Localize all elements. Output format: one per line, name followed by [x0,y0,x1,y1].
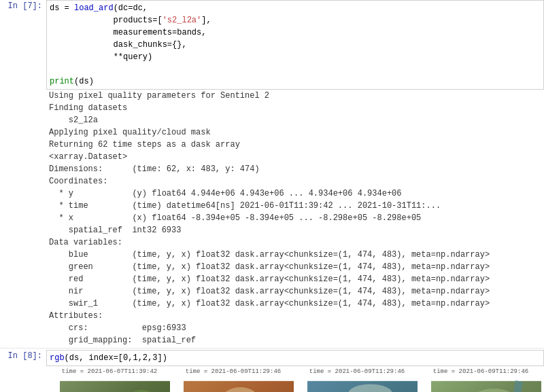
sat-image-1: time = 2021-06-07T11:39:42 y [metre] [49,368,170,392]
sat-image-2-wrapper: y [metre] [173,378,294,393]
cell-8-label: In [8]: [0,350,46,361]
cell-8-images: time = 2021-06-07T11:39:42 y [metre] [46,366,544,392]
sat-image-1-wrapper: y [metre] [49,378,170,393]
sat-image-2: time = 2021-06-09T11:29:46 y [metre] [173,368,294,392]
sat-image-3-title: time = 2021-06-09T11:29:46 [309,368,405,377]
sat-image-3: time = 2021-06-09T11:29:46 y [metre] [296,368,418,392]
cell-7-out-label [0,90,46,91]
sat-image-4-title: time = 2021-06-09T11:29:46 [433,368,528,377]
cell-8-out-label [0,366,46,368]
svg-rect-0 [60,380,170,392]
sat-image-2-title: time = 2021-06-09T11:29:46 [186,368,281,377]
sat-image-4-wrapper: y [metre] [420,378,541,393]
sat-image-3-wrapper: y [metre] [296,378,418,393]
cell-7-label: In [7]: [0,0,46,11]
sat-image-1-title: time = 2021-06-07T11:39:42 [62,368,157,377]
satellite-images-row: time = 2021-06-07T11:39:42 y [metre] [49,368,541,392]
cell-8-input: In [8]: rgb(ds, index=[0,1,2,3]) [0,350,544,366]
cell-8-code[interactable]: rgb(ds, index=[0,1,2,3]) [46,350,544,366]
sat-image-1-svg: -470000 -460000 -450000 -440000 [60,378,170,393]
sat-image-2-svg: -460000 -454000 -448000 -442000 [184,378,294,393]
cell-7-output-text: Using pixel quality parameters for Senti… [46,90,490,346]
cell-7-code[interactable]: ds = load_ard(dc=dc, products=['s2_l2a']… [46,0,544,90]
sat-image-3-svg: -460000 -454000 -448000 -442000 [307,378,418,393]
sat-image-4: time = 2021-06-09T11:29:46 y [metre] [420,368,541,392]
cell-8-output: time = 2021-06-07T11:39:42 y [metre] [0,366,544,392]
notebook: In [7]: ds = load_ard(dc=dc, products=['… [0,0,544,392]
cell-7-output: Using pixel quality parameters for Senti… [0,90,544,346]
sat-image-4-svg: -460000 -454000 -448000 -442000 [431,378,541,393]
cell-7-input: In [7]: ds = load_ard(dc=dc, products=['… [0,0,544,90]
